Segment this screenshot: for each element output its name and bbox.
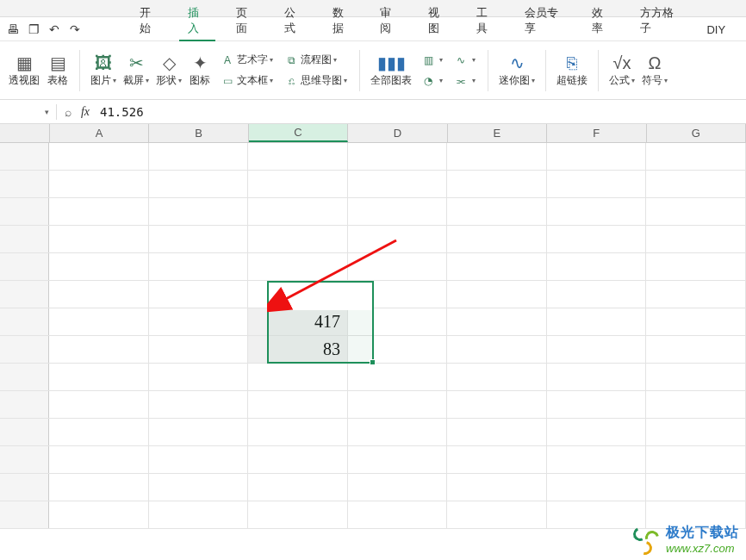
print-icon[interactable]: 🖶: [3, 20, 22, 39]
table-row: [0, 171, 746, 198]
shapes-icon: ◇: [163, 53, 176, 73]
scissors-icon: ✂: [129, 53, 144, 73]
table-row: [0, 198, 746, 226]
formula-input[interactable]: [95, 105, 746, 119]
wordart-button[interactable]: A艺术字▾: [214, 51, 278, 70]
cell-C7[interactable]: 417: [248, 308, 348, 335]
pie-icon: ◔: [420, 75, 436, 87]
picture-icon: 🖼: [95, 53, 112, 73]
tab-page[interactable]: 页面: [227, 2, 264, 41]
pivot-button[interactable]: ▦ 透视图: [5, 47, 43, 95]
grid[interactable]: 42 417 83: [0, 143, 746, 539]
combo-icon: ⫘: [453, 75, 469, 87]
bar-icon: ▥: [420, 54, 436, 66]
table-row: [0, 253, 746, 281]
cell-C6[interactable]: 42: [248, 281, 348, 308]
formula-button[interactable]: √x 公式▾: [606, 47, 638, 95]
tab-data[interactable]: 数据: [324, 2, 360, 41]
tab-member[interactable]: 会员专享: [516, 2, 571, 41]
col-G[interactable]: G: [647, 124, 746, 142]
col-A[interactable]: A: [50, 124, 149, 142]
omega-icon: Ω: [649, 53, 662, 73]
sqrt-icon: √x: [613, 53, 631, 73]
table-row: 83: [0, 336, 746, 364]
table-row: [0, 226, 746, 253]
mindmap-icon: ⎌: [283, 75, 299, 87]
barchart-icon: ▮▮▮: [377, 53, 406, 73]
ribbon: ▦ 透视图 ▤ 表格 🖼 图片▾ ✂ 截屏▾ ◇ 形状▾ ✦ 图标 A艺术字▾ …: [0, 41, 746, 100]
tab-tools[interactable]: 工具: [468, 2, 504, 41]
icons-icon: ✦: [193, 53, 208, 73]
table-row: 417: [0, 308, 746, 336]
picture-button[interactable]: 🖼 图片▾: [87, 47, 120, 95]
pivot-icon: ▦: [16, 53, 33, 73]
tab-start[interactable]: 开始: [131, 2, 167, 41]
flowchart-icon: ⧉: [283, 54, 299, 66]
wordart-icon: A: [220, 54, 235, 66]
chart-pie-button[interactable]: ◔▾: [415, 72, 448, 90]
icons-button[interactable]: ✦ 图标: [185, 47, 214, 95]
watermark-url: www.xz7.com: [666, 542, 739, 557]
undo-icon[interactable]: ↶: [45, 20, 64, 39]
sparkline-icon: ∿: [510, 53, 525, 73]
table-row: [0, 143, 746, 171]
table-row: [0, 501, 746, 529]
table-row: [0, 419, 746, 446]
link-icon: ⎘: [567, 53, 577, 73]
tab-review[interactable]: 审阅: [371, 2, 407, 41]
name-box[interactable]: [0, 103, 41, 121]
tab-diy[interactable]: DIY: [698, 20, 734, 41]
symbol-button[interactable]: Ω 符号▾: [638, 47, 671, 95]
col-C[interactable]: C: [249, 124, 348, 142]
table-row: [0, 364, 746, 391]
mindmap-button[interactable]: ⎌思维导图▾: [278, 72, 352, 90]
col-F[interactable]: F: [547, 124, 646, 142]
allcharts-button[interactable]: ▮▮▮ 全部图表: [367, 47, 415, 95]
tab-insert[interactable]: 插入: [179, 2, 215, 41]
name-box-dropdown[interactable]: ▾: [41, 108, 53, 116]
fx-label[interactable]: fx: [76, 105, 95, 119]
formula-bar: ▾ ⌕ fx: [0, 100, 746, 124]
table-row: 42: [0, 281, 746, 308]
screenshot-button[interactable]: ✂ 截屏▾: [120, 47, 152, 95]
cell-C8[interactable]: 83: [248, 336, 348, 363]
col-B[interactable]: B: [149, 124, 248, 142]
tab-formula[interactable]: 公式: [276, 2, 312, 41]
line-icon: ∿: [453, 54, 469, 66]
chart-bar-button[interactable]: ▥▾: [415, 51, 448, 70]
chart-line-button[interactable]: ∿▾: [448, 51, 481, 70]
print-preview-icon[interactable]: ❐: [24, 20, 43, 39]
tab-view[interactable]: 视图: [420, 2, 456, 41]
redo-icon[interactable]: ↷: [65, 20, 84, 39]
column-headers: A B C D E F G: [0, 124, 746, 143]
tab-ffgz[interactable]: 方方格子: [631, 2, 687, 41]
select-all-corner[interactable]: [0, 124, 50, 142]
zoom-icon[interactable]: ⌕: [60, 105, 76, 119]
chart-combo-button[interactable]: ⫘▾: [448, 72, 481, 90]
textbox-icon: ▭: [220, 75, 235, 87]
table-button[interactable]: ▤ 表格: [43, 47, 72, 95]
col-D[interactable]: D: [348, 124, 447, 142]
textbox-button[interactable]: ▭文本框▾: [214, 72, 278, 90]
shapes-button[interactable]: ◇ 形状▾: [152, 47, 185, 95]
sparkline-button[interactable]: ∿ 迷你图▾: [495, 47, 538, 95]
table-icon: ▤: [50, 53, 66, 73]
table-row: [0, 474, 746, 501]
tab-efficiency[interactable]: 效率: [583, 2, 619, 41]
flowchart-button[interactable]: ⧉流程图▾: [278, 51, 352, 70]
table-row: [0, 391, 746, 419]
table-row: [0, 446, 746, 474]
col-E[interactable]: E: [448, 124, 547, 142]
hyperlink-button[interactable]: ⎘ 超链接: [553, 47, 591, 95]
